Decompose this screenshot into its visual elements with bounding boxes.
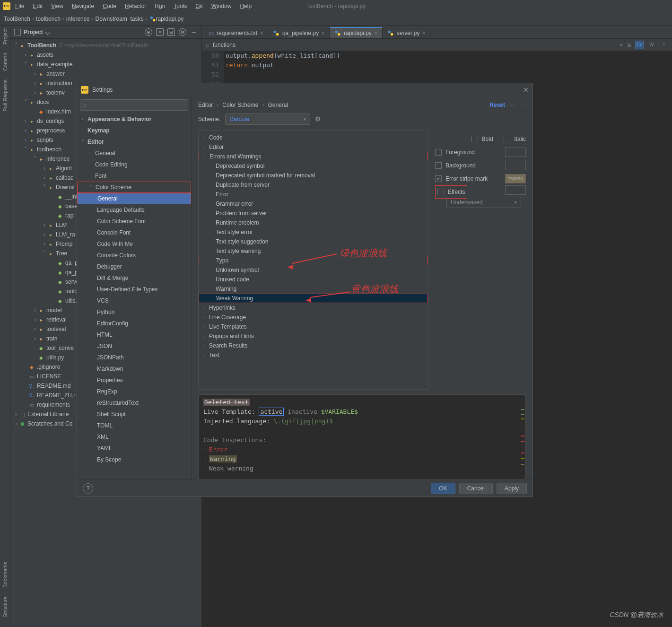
nav-lang-defaults[interactable]: Language Defaults [77,204,191,216]
chk-background[interactable] [435,162,442,169]
menu-navigate[interactable]: Navigate [68,2,98,10]
category-tree[interactable]: ›Code ›Editor ˅Errors and Warnings Depre… [198,131,428,390]
nav-keymap[interactable]: Keymap [77,125,191,136]
menu-view[interactable]: View [47,2,67,10]
settings-icon[interactable]: ⚙ [179,28,186,36]
find-input[interactable]: functions [213,42,616,48]
project-label[interactable]: Project [24,29,43,35]
nav-user-defined[interactable]: User-Defined File Types [77,284,191,295]
nav-python[interactable]: Python [77,306,191,318]
tab-rapidapi[interactable]: rapidapi.py× [330,27,383,38]
ok-button[interactable]: OK [431,483,455,494]
forward-icon[interactable]: → [519,101,526,109]
close-icon[interactable]: ✕ [523,86,529,94]
chk-stripe[interactable] [435,175,442,182]
foreground-swatch[interactable] [505,148,526,157]
whole-word-icon[interactable]: W [647,41,656,49]
nav-cs-general[interactable]: General [77,193,191,204]
menu-help[interactable]: Help [236,2,255,10]
nav-vcs[interactable]: VCS [77,295,191,306]
tab-server[interactable]: server.py× [383,27,431,38]
nav-diff-merge[interactable]: Diff & Merge [77,272,191,284]
nav-debugger[interactable]: Debugger [77,261,191,272]
settings-search[interactable]: ⌕ [80,99,188,111]
bc-3[interactable]: Downstream_tasks [95,16,143,22]
nav-cs-font[interactable]: Color Scheme Font [77,216,191,227]
help-icon[interactable]: ? [83,483,93,494]
chk-bold[interactable] [471,136,478,142]
nav-code-with-me[interactable]: Code With Me [77,238,191,250]
menu-run[interactable]: Run [151,2,169,10]
strip-pullreq[interactable]: Pull Requests [2,79,8,112]
stripe-swatch[interactable]: 756D56 [505,174,526,183]
nav-console-font[interactable]: Console Font [77,227,191,238]
effects-combo[interactable]: Underwaved▾ [446,197,521,208]
strip-project[interactable]: Project [2,28,8,44]
tab-qa-pipeline[interactable]: qa_pipeline.py× [268,27,330,38]
nav-editor[interactable]: ˅Editor [77,136,191,148]
menu-edit[interactable]: Edit [29,2,46,10]
background-swatch[interactable] [505,161,526,170]
menu-git[interactable]: Git [192,2,206,10]
app-logo-icon: PC [3,2,10,10]
close-icon[interactable]: × [375,31,377,36]
nav-json[interactable]: JSON [77,340,191,352]
scheme-combo[interactable]: Darcula▾ [225,113,310,125]
nav-yaml[interactable]: YAML [77,443,191,454]
find-pin-icon[interactable]: ⇲ [627,42,631,48]
close-icon[interactable]: × [260,31,263,36]
menu-code[interactable]: Code [99,2,120,10]
strip-structure[interactable]: Structure [2,596,8,618]
nav-regexp[interactable]: RegExp [77,386,191,397]
bc-4[interactable]: rapidapi.py [156,16,184,22]
menu-refactor[interactable]: Refactor [121,2,150,10]
bc-2[interactable]: inference [66,16,89,22]
effects-swatch[interactable] [505,185,526,195]
back-icon[interactable]: ← [509,101,515,109]
nav-properties[interactable]: Properties [77,374,191,386]
nav-toml[interactable]: TOML [77,420,191,431]
expand-icon[interactable]: ≡ [156,28,164,36]
strip-commit[interactable]: Commit [2,53,8,71]
bc-0[interactable]: ToolBench [4,16,30,22]
nav-appearance[interactable]: ›Appearance & Behavior [77,113,191,125]
chk-italic[interactable] [504,136,510,142]
menu-window[interactable]: Window [208,2,236,10]
nav-font[interactable]: Font [77,170,191,182]
regex-icon[interactable]: * [660,41,668,49]
bc-1[interactable]: toolbench [36,16,61,22]
chk-foreground[interactable] [435,149,442,156]
nav-jsonpath[interactable]: JSONPath [77,352,191,363]
tab-requirements[interactable]: ▭requirements.txt× [204,27,268,38]
collapse-icon[interactable]: ⊟ [167,28,175,36]
menu-tools[interactable]: Tools [170,2,191,10]
cancel-button[interactable]: Cancel [459,483,493,494]
project-view-icon[interactable] [14,29,21,35]
nav-xml[interactable]: XML [77,431,191,443]
nav-code-editing[interactable]: Code Editing [77,159,191,170]
gear-icon[interactable]: ⚙ [315,115,321,123]
hide-icon[interactable]: — [190,28,198,36]
nav-html[interactable]: HTML [77,329,191,340]
nav-general[interactable]: ›General [77,148,191,159]
strip-bookmarks[interactable]: Bookmarks [2,562,8,588]
nav-editorconfig[interactable]: EditorConfig [77,318,191,329]
nav-console-colors[interactable]: Console Colors [77,250,191,261]
nav-rst[interactable]: reStructuredText [77,397,191,409]
nav-shell[interactable]: Shell Script [77,409,191,420]
chk-effects[interactable] [437,189,444,195]
cat-typo[interactable]: Typo [199,256,428,265]
nav-breadcrumb: ToolBench› toolbench› inference› Downstr… [0,12,672,26]
nav-markdown[interactable]: Markdown [77,363,191,374]
apply-button[interactable]: Apply [497,483,527,494]
locate-icon[interactable]: ⊕ [145,28,152,36]
match-case-icon[interactable]: Cc [635,41,644,49]
close-icon[interactable]: × [422,31,425,36]
nav-byscope[interactable]: By Scope [77,454,191,465]
find-close-icon[interactable]: × [620,42,623,48]
nav-color-scheme[interactable]: ˅Color Scheme [77,182,191,193]
menu-file[interactable]: File [11,2,28,10]
chevron-down-icon[interactable] [45,29,50,35]
close-icon[interactable]: × [322,31,324,36]
reset-link[interactable]: Reset [489,102,505,108]
